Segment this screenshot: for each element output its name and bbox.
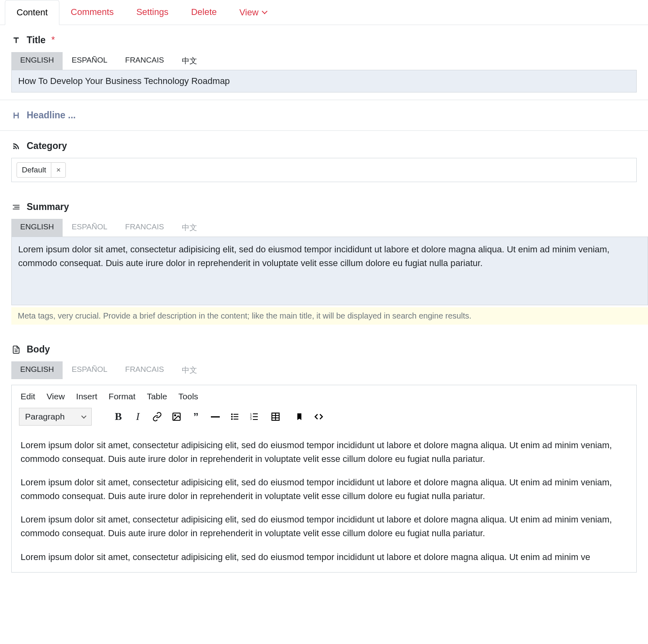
- tab-view-label: View: [240, 7, 259, 18]
- svg-point-2: [231, 413, 233, 415]
- tab-view[interactable]: View: [228, 0, 278, 25]
- summary-icon: [11, 202, 21, 212]
- title-lang-es[interactable]: ESPAÑOL: [63, 52, 116, 70]
- bullet-list-icon: [230, 412, 240, 422]
- link-icon: [152, 412, 162, 422]
- editor-toolbar: Paragraph B I ” 123: [12, 405, 636, 430]
- hr-icon: [211, 416, 220, 417]
- category-input[interactable]: Default ×: [11, 158, 637, 182]
- body-lang-es[interactable]: ESPAÑOL: [63, 361, 116, 379]
- body-paragraph: Lorem ipsum dolor sit amet, consectetur …: [21, 550, 627, 564]
- svg-rect-11: [253, 416, 258, 417]
- category-icon: [11, 141, 21, 151]
- title-icon: [11, 36, 21, 45]
- format-dropdown[interactable]: Paragraph: [19, 408, 92, 426]
- title-lang-fr[interactable]: FRANCAIS: [116, 52, 173, 70]
- chevron-down-icon: [81, 413, 86, 419]
- menu-view[interactable]: View: [46, 392, 65, 401]
- svg-rect-13: [253, 419, 258, 420]
- menu-tools[interactable]: Tools: [179, 392, 198, 401]
- chevron-down-icon: [262, 8, 267, 14]
- svg-rect-7: [234, 419, 238, 420]
- tab-settings[interactable]: Settings: [125, 0, 180, 25]
- body-lang-tabs: ENGLISH ESPAÑOL FRANCAIS 中文: [11, 361, 637, 379]
- tab-delete[interactable]: Delete: [180, 0, 228, 25]
- body-lang-zh[interactable]: 中文: [173, 361, 206, 379]
- summary-lang-fr[interactable]: FRANCAIS: [116, 219, 173, 237]
- bookmark-button[interactable]: [291, 409, 307, 425]
- menu-table[interactable]: Table: [147, 392, 167, 401]
- summary-lang-es[interactable]: ESPAÑOL: [63, 219, 116, 237]
- title-label: Title *: [11, 35, 637, 46]
- category-tag: Default ×: [17, 162, 66, 178]
- summary-lang-tabs: ENGLISH ESPAÑOL FRANCAIS 中文: [11, 219, 648, 237]
- code-icon: [314, 412, 324, 422]
- svg-rect-3: [234, 414, 238, 415]
- image-icon: [172, 412, 181, 422]
- bold-button[interactable]: B: [110, 409, 126, 425]
- bullet-list-button[interactable]: [227, 409, 243, 425]
- numbered-list-button[interactable]: 123: [246, 409, 262, 425]
- category-label: Category: [11, 141, 637, 151]
- title-lang-zh[interactable]: 中文: [173, 52, 206, 70]
- title-label-text: Title: [27, 35, 46, 46]
- title-section: Title * ENGLISH ESPAÑOL FRANCAIS 中文: [0, 25, 648, 100]
- body-icon: [11, 345, 21, 355]
- menu-edit[interactable]: Edit: [21, 392, 35, 401]
- svg-rect-5: [234, 416, 238, 417]
- menu-insert[interactable]: Insert: [76, 392, 97, 401]
- quote-icon: ”: [194, 411, 199, 423]
- required-indicator: *: [51, 35, 55, 46]
- body-paragraph: Lorem ipsum dolor sit amet, consectetur …: [21, 438, 627, 466]
- rich-editor: Edit View Insert Format Table Tools Para…: [11, 385, 637, 573]
- headline-section[interactable]: Headline ...: [0, 100, 648, 131]
- code-button[interactable]: [311, 409, 327, 425]
- table-icon: [271, 412, 280, 422]
- tab-content[interactable]: Content: [5, 0, 59, 25]
- headline-label-text: Headline ...: [27, 110, 76, 121]
- table-button[interactable]: [265, 409, 288, 425]
- italic-icon: I: [136, 411, 140, 423]
- body-lang-en[interactable]: ENGLISH: [11, 361, 63, 379]
- title-lang-en[interactable]: ENGLISH: [11, 52, 63, 70]
- svg-point-1: [175, 415, 176, 416]
- summary-lang-zh[interactable]: 中文: [173, 219, 206, 237]
- summary-hint: Meta tags, very crucial. Provide a brief…: [11, 307, 648, 325]
- image-button[interactable]: [168, 409, 185, 425]
- format-dropdown-label: Paragraph: [25, 412, 65, 422]
- tab-comments[interactable]: Comments: [59, 0, 125, 25]
- bookmark-icon: [295, 413, 303, 421]
- numbered-list-icon: 123: [249, 412, 259, 422]
- body-section: Body ENGLISH ESPAÑOL FRANCAIS 中文 Edit Vi…: [0, 334, 648, 573]
- editor-menu: Edit View Insert Format Table Tools: [12, 385, 636, 405]
- main-tabs: Content Comments Settings Delete View: [0, 0, 648, 25]
- summary-textarea[interactable]: [11, 237, 648, 305]
- body-paragraph: Lorem ipsum dolor sit amet, consectetur …: [21, 513, 627, 540]
- body-lang-fr[interactable]: FRANCAIS: [116, 361, 173, 379]
- summary-section: Summary ENGLISH ESPAÑOL FRANCAIS 中文 Meta…: [0, 192, 648, 325]
- blockquote-button[interactable]: ”: [188, 409, 204, 425]
- menu-format[interactable]: Format: [109, 392, 136, 401]
- svg-point-6: [231, 418, 233, 420]
- category-tag-remove[interactable]: ×: [51, 163, 65, 177]
- svg-rect-9: [253, 413, 258, 414]
- summary-label: Summary: [11, 201, 648, 212]
- category-label-text: Category: [27, 141, 67, 151]
- summary-label-text: Summary: [27, 201, 69, 212]
- body-label: Body: [11, 344, 637, 355]
- italic-button[interactable]: I: [130, 409, 146, 425]
- title-lang-tabs: ENGLISH ESPAÑOL FRANCAIS 中文: [11, 52, 637, 70]
- heading-icon: [11, 111, 21, 120]
- bold-icon: B: [115, 411, 122, 423]
- body-label-text: Body: [27, 344, 50, 355]
- body-paragraph: Lorem ipsum dolor sit amet, consectetur …: [21, 476, 627, 503]
- svg-point-4: [231, 416, 233, 417]
- hr-button[interactable]: [207, 409, 223, 425]
- summary-lang-en[interactable]: ENGLISH: [11, 219, 63, 237]
- title-input[interactable]: [11, 70, 637, 92]
- category-section: Category Default ×: [0, 131, 648, 182]
- category-tag-text: Default: [17, 163, 51, 177]
- link-button[interactable]: [149, 409, 165, 425]
- editor-content[interactable]: Lorem ipsum dolor sit amet, consectetur …: [12, 430, 636, 572]
- svg-text:3: 3: [250, 417, 252, 420]
